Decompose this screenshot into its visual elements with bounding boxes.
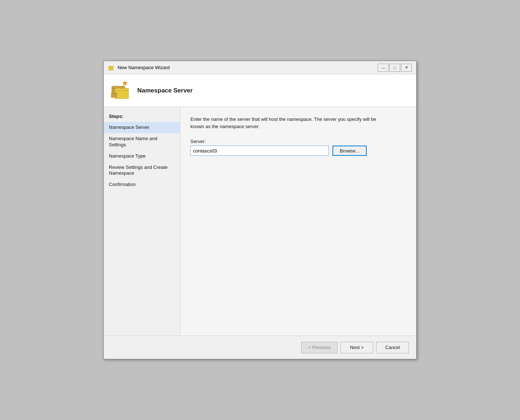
title-bar-left: New Namespace Wizard [108,64,170,71]
server-label: Server: [190,139,406,144]
window-icon [108,64,115,71]
server-input[interactable] [190,146,329,156]
title-bar: New Namespace Wizard — □ ✕ [104,61,416,74]
step-namespace-type[interactable]: Namespace Type [104,151,180,162]
minimize-button[interactable]: — [378,64,389,72]
window-title: New Namespace Wizard [118,65,170,70]
footer: < Previous Next > Cancel [104,336,416,359]
header-area: Namespace Server [104,74,416,107]
wizard-window: New Namespace Wizard — □ ✕ [103,61,417,359]
previous-button[interactable]: < Previous [301,342,338,353]
cancel-button[interactable]: Cancel [376,342,409,353]
svg-marker-3 [123,81,127,86]
step-namespace-name-settings[interactable]: Namespace Name and Settings [104,133,180,151]
step-namespace-server[interactable]: Namespace Server [104,122,180,133]
maximize-button[interactable]: □ [389,64,400,72]
step-review-settings[interactable]: Review Settings and Create Namespace [104,162,180,179]
description-text: Enter the name of the server that will h… [190,116,380,130]
close-button[interactable]: ✕ [401,64,412,72]
server-form-group: Server: Browse... [190,139,406,156]
steps-panel: Steps: Namespace Server Namespace Name a… [104,107,180,336]
content-area: Steps: Namespace Server Namespace Name a… [104,107,416,336]
title-controls: — □ ✕ [378,64,412,72]
next-button[interactable]: Next > [340,342,373,353]
main-panel: Enter the name of the server that will h… [180,107,416,336]
header-icon [111,80,131,101]
step-confirmation[interactable]: Confirmation [104,179,180,190]
steps-label: Steps: [104,111,180,122]
svg-rect-4 [111,93,117,98]
page-title: Namespace Server [137,87,193,94]
input-row: Browse... [190,146,406,156]
browse-button[interactable]: Browse... [332,146,367,156]
